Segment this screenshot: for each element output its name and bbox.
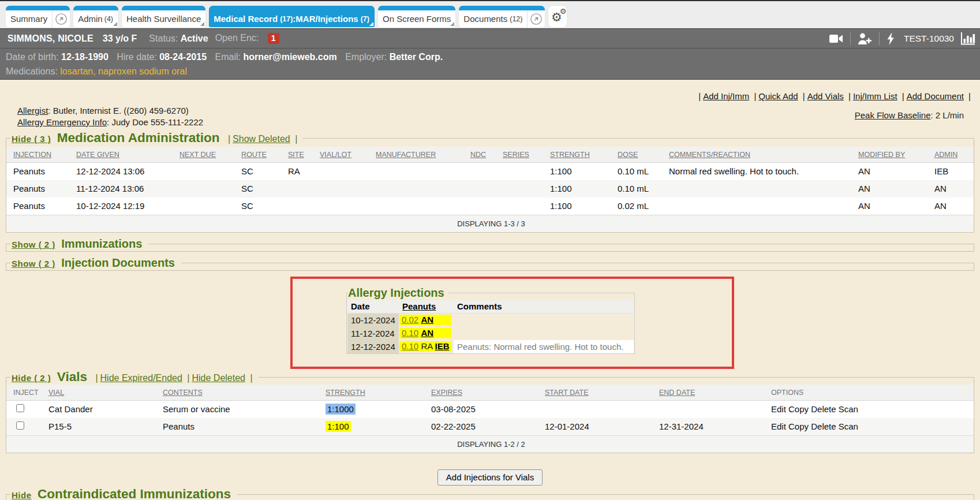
tab-documents[interactable]: Documents (12) <box>459 6 545 27</box>
vial-inject-checkbox[interactable] <box>16 421 24 430</box>
mar-row-1[interactable]: Peanuts 12-12-2024 13:06 SC RA 1:100 0.1… <box>6 163 974 181</box>
summary-open-new-button[interactable] <box>52 10 70 27</box>
video-camera-icon[interactable] <box>829 33 844 44</box>
settings-button[interactable]: ⚙⚙ <box>548 6 567 27</box>
mar-hide-toggle[interactable]: Hide ( 3 ) <box>12 134 51 144</box>
open-enc-badge[interactable]: 1 <box>268 33 279 44</box>
contraindicated-hide-toggle[interactable]: Hide <box>12 490 32 500</box>
allergist-link[interactable]: Allergist <box>17 106 48 115</box>
dose-link[interactable]: 0.10 <box>402 328 418 338</box>
inj-imm-list-link[interactable]: Inj/Imm List <box>853 91 897 101</box>
sort-strength[interactable]: STRENGTH <box>550 151 590 159</box>
cell-site: RA <box>283 163 315 181</box>
sort-modified-by[interactable]: MODIFIED BY <box>858 151 905 159</box>
patient-chart-id: TEST-10030 <box>904 33 954 44</box>
scan-link[interactable]: Scan <box>839 404 858 414</box>
medications-label: Medications: <box>6 66 58 76</box>
sort-strength[interactable]: STRENGTH <box>326 389 365 397</box>
edit-link[interactable]: Edit <box>771 421 786 431</box>
add-document-link[interactable]: Add Document <box>907 91 964 101</box>
sort-contents[interactable]: CONTENTS <box>163 389 203 397</box>
sort-manufacturer[interactable]: MANUFACTURER <box>376 151 436 159</box>
edit-link[interactable]: Edit <box>771 404 786 414</box>
tab-medical-record-label2: :MAR/Injections <box>293 14 358 24</box>
mar-row-3[interactable]: Peanuts 10-12-2024 12:19 SC 1:100 0.02 m… <box>6 197 974 215</box>
gears-icon: ⚙⚙ <box>551 12 562 24</box>
sort-series[interactable]: SERIES <box>503 151 529 159</box>
add-vials-link[interactable]: Add Vials <box>807 91 844 101</box>
peak-flow-value: : 2 L/min <box>930 110 964 120</box>
injection-documents-show-toggle[interactable]: Show ( 2 ) <box>12 259 55 268</box>
mar-col-series: SERIES <box>498 147 545 163</box>
allergy-injections-section: Allergy Injections Date Peanuts Comments… <box>346 286 635 354</box>
cell-site <box>283 197 315 215</box>
allergy-emergency-link[interactable]: Allergy Emergency Info <box>17 117 107 127</box>
sort-next-due[interactable]: NEXT DUE <box>179 151 216 159</box>
delete-link[interactable]: Delete <box>811 421 836 431</box>
sort-end-date[interactable]: END DATE <box>659 389 695 397</box>
sort-admin[interactable]: ADMIN <box>934 151 957 159</box>
allergist-value: : Butler, Internist E. ((260) 459-6270) <box>48 106 188 115</box>
sort-injection[interactable]: INJECTION <box>13 151 51 159</box>
vial-checkbox-cell <box>6 401 44 419</box>
sort-vial[interactable]: VIAL <box>48 389 64 397</box>
add-person-icon[interactable] <box>857 32 873 45</box>
bar-chart-icon[interactable] <box>960 32 975 46</box>
ai-comment <box>454 314 634 327</box>
medication-link-losartan[interactable]: losartan <box>60 66 93 76</box>
add-inj-imm-link[interactable]: Add Inj/Imm <box>703 91 749 101</box>
medication-link-naproxen[interactable]: naproxen sodium oral <box>98 66 187 76</box>
hide-deleted-link[interactable]: Hide Deleted <box>192 373 245 383</box>
hire-date-value: 08-24-2015 <box>159 52 207 62</box>
documents-open-new-button[interactable] <box>527 10 545 27</box>
scan-link[interactable]: Scan <box>839 421 858 431</box>
vials-col-strength: STRENGTH <box>321 385 427 401</box>
admin-initials-link[interactable]: AN <box>421 315 433 324</box>
vials-header: Hide ( 2 ) Vials |Hide Expired/Ended |Hi… <box>10 370 258 385</box>
copy-link[interactable]: Copy <box>788 421 809 431</box>
delete-link[interactable]: Delete <box>811 404 836 414</box>
add-injections-for-vials-button[interactable]: Add Injections for Vials <box>437 469 543 486</box>
admin-initials-link[interactable]: IEB <box>435 341 450 351</box>
immunizations-show-toggle[interactable]: Show ( 2 ) <box>12 240 55 249</box>
tab-health-surveillance[interactable]: Health Surveillance <box>122 6 205 27</box>
peak-flow-link[interactable]: Peak Flow Baseline <box>855 110 931 120</box>
vials-col-end-date: END DATE <box>654 385 766 401</box>
mar-row-2[interactable]: Peanuts 11-12-2024 13:06 SC 1:100 0.10 m… <box>6 180 974 197</box>
patient-header-tools: TEST-10030 <box>829 32 975 46</box>
cell-start-date <box>540 401 654 419</box>
sort-date-given[interactable]: DATE GIVEN <box>76 151 119 159</box>
dose-link[interactable]: 0.02 <box>402 315 418 324</box>
tab-admin[interactable]: Admin (4) <box>73 6 118 27</box>
vials-col-inject: INJECT <box>6 385 44 401</box>
sort-expires[interactable]: EXPIRES <box>431 389 462 397</box>
quick-add-link[interactable]: Quick Add <box>758 91 798 101</box>
status-label: Status: <box>149 33 178 43</box>
sort-start-date[interactable]: START DATE <box>545 389 588 397</box>
tab-on-screen-forms[interactable]: On Screen Forms <box>378 6 455 27</box>
sort-dose[interactable]: DOSE <box>618 151 638 159</box>
sort-vial-lot[interactable]: VIAL/LOT <box>320 151 351 159</box>
dose-link[interactable]: 0.10 <box>402 341 418 351</box>
admin-initials-link[interactable]: AN <box>421 328 433 338</box>
allergy-injections-title: Allergy Injections <box>348 286 444 299</box>
sort-comments[interactable]: COMMENTS/REACTION <box>669 151 750 159</box>
vials-section: Hide ( 2 ) Vials |Hide Expired/Ended |Hi… <box>6 370 974 453</box>
peanuts-column-link[interactable]: Peanuts <box>402 301 436 311</box>
cell-contents: Peanuts <box>158 418 321 436</box>
sort-ndc[interactable]: NDC <box>470 151 486 159</box>
sort-site[interactable]: SITE <box>288 151 304 159</box>
vial-inject-checkbox[interactable] <box>16 404 24 412</box>
medication-administration-table: INJECTION DATE GIVEN NEXT DUE ROUTE SITE… <box>6 147 974 232</box>
tab-medical-record[interactable]: Medical Record (17) :MAR/Injections (7) <box>209 6 375 27</box>
show-deleted-link[interactable]: Show Deleted <box>233 134 290 144</box>
tab-summary[interactable]: Summary <box>6 6 70 27</box>
hide-expired-link[interactable]: Hide Expired/Ended <box>100 373 182 383</box>
immunizations-section-title: Immunizations <box>61 237 142 250</box>
sort-route[interactable]: ROUTE <box>241 151 267 159</box>
copy-link[interactable]: Copy <box>788 404 809 414</box>
vials-hide-toggle[interactable]: Hide ( 2 ) <box>12 373 51 383</box>
lightning-bolt-icon[interactable] <box>886 32 895 46</box>
allergy-injections-header: Allergy Injections <box>348 286 448 300</box>
pipe: | <box>696 91 703 101</box>
